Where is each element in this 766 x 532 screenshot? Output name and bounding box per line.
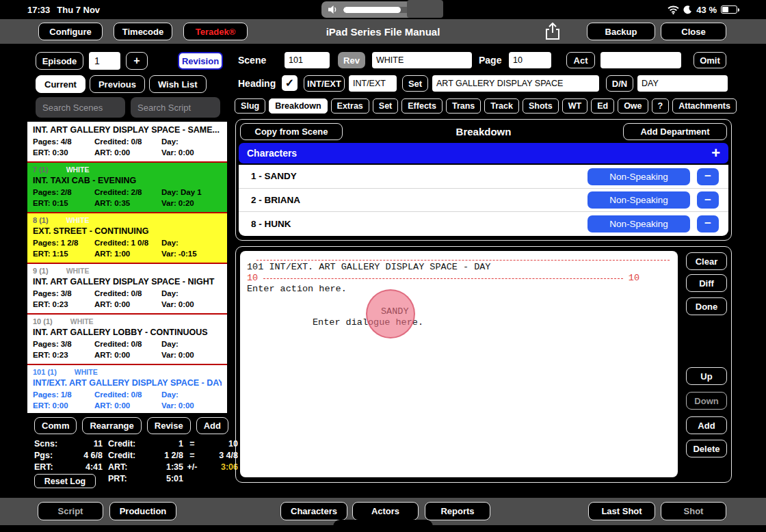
add-element-button[interactable]: Add (686, 416, 727, 434)
int-ext-button[interactable]: INT/EXT (304, 75, 345, 92)
search-script-input[interactable] (131, 97, 220, 118)
script-preview[interactable]: 101 INT/EXT. ART GALLERY DISPLAY SPACE -… (240, 251, 678, 477)
scene-number-input[interactable] (285, 52, 330, 68)
omit-button[interactable]: Omit (694, 52, 726, 68)
scene-list-item[interactable]: INT. ART GALLERY DISPLAY SPACE - SAME...… (27, 122, 227, 163)
day-night-input[interactable] (637, 75, 728, 92)
configure-button[interactable]: Configure (38, 23, 103, 40)
diff-button[interactable]: Diff (686, 274, 727, 292)
home-indicator[interactable] (333, 520, 433, 532)
remove-character-button[interactable]: − (697, 191, 719, 209)
backup-button[interactable]: Backup (587, 23, 655, 40)
dialogue-text: Enter dialogue here. (247, 317, 671, 328)
date: Thu 7 Nov (57, 5, 100, 15)
scene-title: INT. ART GALLERY DISPLAY SPACE - NIGHT (33, 276, 222, 289)
tab-current[interactable]: Current (36, 75, 85, 93)
scene-list-item[interactable]: 8 (1)WHITE EXT. STREET - CONTINUING Page… (27, 213, 227, 264)
tab-effects[interactable]: Effects (401, 98, 443, 114)
character-cue: SANDY (247, 306, 671, 317)
comm-button[interactable]: Comm (34, 417, 77, 434)
rev-button[interactable]: Rev (338, 52, 365, 68)
character-row[interactable]: 1 - SANDY Non-Speaking − (239, 165, 728, 189)
search-scenes-input[interactable] (36, 97, 125, 118)
episode-number-input[interactable] (89, 52, 120, 70)
characters-header-label: Characters (247, 148, 297, 159)
clear-button[interactable]: Clear (686, 252, 727, 270)
add-character-icon[interactable]: + (711, 146, 720, 160)
character-name: 1 - SANDY (251, 171, 297, 181)
day-night-button[interactable]: D/N (606, 75, 633, 92)
checkmark-icon: ✓ (285, 77, 294, 90)
tab-question[interactable]: ? (652, 98, 670, 114)
share-icon[interactable] (542, 22, 564, 41)
set-button[interactable]: Set (402, 75, 428, 92)
tab-extras[interactable]: Extras (331, 98, 369, 114)
copy-from-scene-button[interactable]: Copy from Scene (240, 123, 343, 140)
act-input[interactable] (600, 52, 681, 68)
scene-list-item-selected[interactable]: 101 (1)WHITE INT/EXT. ART GALLERY DISPLA… (27, 365, 227, 413)
rev-color-input[interactable] (372, 52, 472, 68)
done-button[interactable]: Done (686, 297, 727, 315)
tab-track[interactable]: Track (484, 98, 519, 114)
revise-button[interactable]: Revise (147, 417, 191, 434)
delete-button[interactable]: Delete (686, 440, 727, 457)
set-input[interactable] (432, 75, 599, 92)
speaking-type-button[interactable]: Non-Speaking (587, 168, 690, 185)
add-episode-button[interactable]: + (126, 52, 148, 70)
episode-button[interactable]: Episode (36, 52, 83, 70)
character-row[interactable]: 2 - BRIANA Non-Speaking − (239, 189, 728, 213)
rearrange-button[interactable]: Rearrange (82, 417, 141, 434)
touch-highlight-circle (366, 289, 415, 338)
close-button[interactable]: Close (661, 23, 726, 40)
add-scene-button[interactable]: Add (196, 417, 228, 434)
tab-wt[interactable]: WT (562, 98, 587, 114)
reports-button[interactable]: Reports (425, 502, 490, 520)
actors-button[interactable]: Actors (352, 502, 419, 520)
characters-button[interactable]: Characters (280, 502, 347, 520)
heading-checkbox[interactable]: ✓ (282, 75, 298, 91)
speaker-icon (328, 5, 338, 14)
tab-previous[interactable]: Previous (90, 75, 145, 93)
volume-slider-thumb[interactable] (407, 0, 443, 18)
scene-list-item[interactable]: 7 (1)WHITE INT. TAXI CAB - EVENING Pages… (27, 163, 227, 213)
remove-character-button[interactable]: − (697, 168, 719, 185)
tab-breakdown[interactable]: Breakdown (269, 98, 327, 114)
breakdown-section: Breakdown Copy from Scene Add Department… (235, 119, 732, 241)
production-button[interactable]: Production (109, 502, 176, 520)
character-name: 8 - HUNK (251, 219, 291, 229)
teradek-button[interactable]: Teradek® (183, 23, 248, 40)
scene-heading-text: 101 INT/EXT. ART GALLERY DISPLAY SPACE -… (247, 262, 671, 273)
characters-header[interactable]: Characters + (239, 143, 728, 163)
tab-slug[interactable]: Slug (235, 98, 265, 114)
up-button[interactable]: Up (686, 367, 727, 385)
remove-character-button[interactable]: − (697, 215, 719, 232)
scene-list[interactable]: INT. ART GALLERY DISPLAY SPACE - SAME...… (27, 122, 227, 413)
reset-log-button[interactable]: Reset Log (34, 474, 96, 488)
scene-title: INT. ART GALLERY LOBBY - CONTINUOUS (33, 327, 222, 339)
tab-shots[interactable]: Shots (523, 98, 559, 114)
character-row[interactable]: 8 - HUNK Non-Speaking − (239, 212, 728, 236)
last-shot-button[interactable]: Last Shot (588, 502, 655, 520)
act-button[interactable]: Act (566, 52, 595, 68)
script-button[interactable]: Script (38, 502, 103, 520)
scene-list-item[interactable]: 10 (1)WHITE INT. ART GALLERY LOBBY - CON… (27, 315, 227, 365)
int-ext-input[interactable] (349, 75, 397, 92)
tab-set[interactable]: Set (373, 98, 398, 114)
character-name: 2 - BRIANA (251, 195, 300, 205)
speaking-type-button[interactable]: Non-Speaking (587, 215, 690, 232)
page-number-input[interactable] (509, 52, 551, 68)
scene-list-item[interactable]: 9 (1)WHITE INT. ART GALLERY DISPLAY SPAC… (27, 264, 227, 315)
tab-wish-list[interactable]: Wish List (149, 75, 207, 93)
page-break-line (263, 278, 623, 279)
tab-ed[interactable]: Ed (591, 98, 614, 114)
revision-button[interactable]: Revision (178, 52, 223, 70)
tab-owe[interactable]: Owe (618, 98, 648, 114)
tab-trans[interactable]: Trans (446, 98, 481, 114)
add-department-button[interactable]: Add Department (623, 123, 727, 140)
wifi-icon (668, 5, 679, 14)
shot-button[interactable]: Shot (661, 502, 726, 520)
speaking-type-button[interactable]: Non-Speaking (587, 191, 690, 209)
timecode-button[interactable]: Timecode (114, 23, 172, 40)
tab-attachments[interactable]: Attachments (672, 98, 737, 114)
down-button[interactable]: Down (686, 392, 727, 410)
